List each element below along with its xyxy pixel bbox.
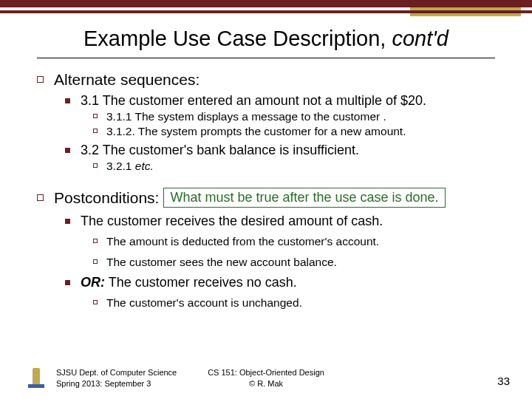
postcond-2-body: The customer receives no cash. <box>105 275 297 290</box>
item-3-1: 3.1 The customer entered an amount not a… <box>37 93 510 109</box>
bullet-icon <box>37 194 44 201</box>
postcond-1a: The amount is deducted from the customer… <box>37 235 510 248</box>
postcond-note-box: What must be true after the use case is … <box>163 188 445 208</box>
page-number: 33 <box>497 375 510 387</box>
footer-center: CS 151: Object-Oriented Design © R. Mak <box>0 367 532 389</box>
item-3-2-1-em: etc. <box>135 160 154 172</box>
altseq-label: Alternate sequences: <box>54 71 200 89</box>
bullet-icon <box>93 129 98 133</box>
bullet-icon <box>65 148 70 153</box>
footer-course: CS 151: Object-Oriented Design <box>0 367 532 378</box>
postcond-1b: The customer sees the new account balanc… <box>37 256 510 269</box>
slide-title: Example Use Case Description, cont'd <box>0 27 532 51</box>
section-alternate-sequences: Alternate sequences: <box>37 71 510 89</box>
bullet-icon <box>37 76 44 83</box>
postcond-2a: The customer's account is unchanged. <box>37 296 510 310</box>
bullet-icon <box>65 280 70 285</box>
accent-gold <box>410 7 521 10</box>
bullet-icon <box>93 259 98 264</box>
item-3-1-2: 3.1.2. The system prompts the customer f… <box>37 125 510 138</box>
postcond-2a-text: The customer's account is unchanged. <box>106 296 302 310</box>
bullet-icon <box>93 163 98 168</box>
accent-bar <box>0 0 532 16</box>
item-3-2-text: 3.2 The customer's bank balance is insuf… <box>81 143 359 158</box>
item-3-2-1-text: 3.2.1 etc. <box>106 160 154 173</box>
postcond-1-text: The customer receives the desired amount… <box>81 214 383 229</box>
item-3-1-1: 3.1.1 The system displays a message to t… <box>37 110 510 123</box>
item-3-1-1-text: 3.1.1 The system displays a message to t… <box>106 110 386 123</box>
slide: Example Use Case Description, cont'd Alt… <box>0 0 532 399</box>
item-3-2-1-pre: 3.2.1 <box>106 160 135 172</box>
footer-copyright: © R. Mak <box>0 378 532 389</box>
content: Alternate sequences: 3.1 The customer en… <box>37 71 510 311</box>
postcond-or: OR: <box>81 275 105 290</box>
accent-gold2 <box>410 13 521 16</box>
accent-thick <box>0 0 532 7</box>
postcond-2: OR: The customer receives no cash. <box>37 275 510 290</box>
postcond-label: Postconditions: <box>54 189 159 207</box>
item-3-2: 3.2 The customer's bank balance is insuf… <box>37 143 510 158</box>
title-underline <box>37 58 495 58</box>
bullet-icon <box>93 300 98 304</box>
postcond-2-text: OR: The customer receives no cash. <box>81 275 297 290</box>
postcond-1b-text: The customer sees the new account balanc… <box>106 256 337 269</box>
bullet-icon <box>65 98 70 103</box>
title-main: Example Use Case Description, <box>83 27 392 50</box>
bullet-icon <box>93 114 98 118</box>
postcond-1a-text: The amount is deducted from the customer… <box>106 235 379 248</box>
item-3-1-text: 3.1 The customer entered an amount not a… <box>81 93 426 109</box>
bullet-icon <box>65 219 70 224</box>
postcond-1: The customer receives the desired amount… <box>37 214 510 229</box>
bullet-icon <box>93 239 98 243</box>
section-postconditions: Postconditions: What must be true after … <box>37 188 510 208</box>
item-3-1-2-text: 3.1.2. The system prompts the customer f… <box>106 125 406 138</box>
item-3-2-1: 3.2.1 etc. <box>37 160 510 173</box>
title-italic: cont'd <box>392 27 448 50</box>
